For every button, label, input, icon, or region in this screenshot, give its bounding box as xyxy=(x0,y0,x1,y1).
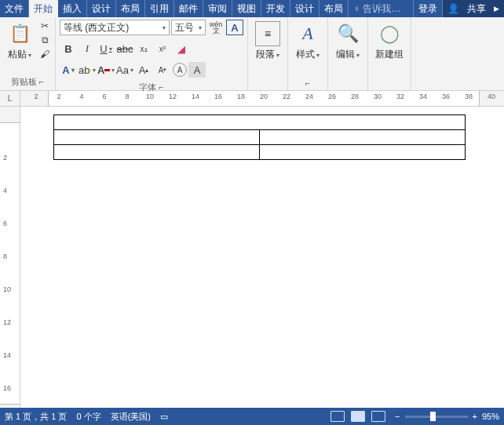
clipboard-label: 剪贴板 ⌐ xyxy=(4,74,51,90)
group-styles: A 样式▾ ⌐ xyxy=(288,17,328,90)
ribbon: 📋 粘贴▾ ✂ ⧉ 🖌 剪贴板 ⌐ 等线 (西文正文)▾ 五号▾ wén文 A … xyxy=(0,17,504,91)
horizontal-ruler-row: L 2246810121416182022242628303234363840 xyxy=(0,91,504,107)
print-layout-button[interactable] xyxy=(351,411,365,422)
styles-label: 样式 xyxy=(296,49,315,60)
group-editing: 🔍 编辑▾ xyxy=(328,17,368,90)
styles-button[interactable]: A 样式▾ xyxy=(292,20,323,63)
clear-format-button[interactable]: ◢ xyxy=(173,41,190,56)
table-row xyxy=(54,130,466,145)
grow-font-button[interactable]: A▴ xyxy=(135,62,152,78)
tab-home[interactable]: 开始 xyxy=(29,0,58,17)
styles-icon: A xyxy=(295,21,320,46)
highlight-button[interactable]: ab▾ xyxy=(79,62,96,78)
change-case-button[interactable]: Aa▾ xyxy=(116,62,133,78)
find-icon: 🔍 xyxy=(335,21,360,46)
copy-button[interactable]: ⧉ xyxy=(38,34,51,46)
status-words[interactable]: 0 个字 xyxy=(76,411,100,423)
tab-review[interactable]: 审阅 xyxy=(203,0,232,17)
format-painter-button[interactable]: 🖌 xyxy=(38,48,51,60)
document-table[interactable] xyxy=(53,114,466,160)
status-bar: 第 1 页，共 1 页 0 个字 英语(美国) ▭ − + 95% xyxy=(0,408,504,425)
paste-label: 粘贴 xyxy=(8,49,27,60)
tab-design[interactable]: 设计 xyxy=(87,0,116,17)
paste-icon: 📋 xyxy=(7,21,32,46)
tab-mailings[interactable]: 邮件 xyxy=(174,0,203,17)
table-cell[interactable] xyxy=(260,130,466,145)
table-row xyxy=(54,145,466,160)
subscript-button[interactable]: x₂ xyxy=(135,41,152,56)
status-page[interactable]: 第 1 页，共 1 页 xyxy=(5,411,67,423)
paragraph-icon: ≡ xyxy=(255,21,280,46)
editing-label: 编辑 xyxy=(336,49,355,60)
table-row xyxy=(54,115,466,130)
share-button[interactable]: 共享 xyxy=(462,0,491,18)
tell-me-label: 告诉我… xyxy=(363,3,400,14)
vertical-ruler[interactable]: 246810121416 xyxy=(0,107,20,408)
document-area[interactable] xyxy=(20,107,504,408)
ruler-corner[interactable]: L xyxy=(0,91,20,106)
tab-view[interactable]: 视图 xyxy=(232,0,261,17)
strikethrough-button[interactable]: abc xyxy=(116,41,133,56)
tab-developer[interactable]: 开发 xyxy=(261,0,290,17)
styles-group-dlg[interactable]: ⌐ xyxy=(292,77,323,90)
table-cell[interactable] xyxy=(54,115,466,130)
italic-button[interactable]: I xyxy=(79,41,96,56)
newgroup-button[interactable]: ◯ 新建组 xyxy=(372,20,407,63)
phonetic-guide-button[interactable]: wén文 xyxy=(207,20,225,35)
table-cell[interactable] xyxy=(260,145,466,160)
circle-icon: ◯ xyxy=(377,21,402,46)
tab-layout[interactable]: 布局 xyxy=(116,0,145,17)
group-newgroup: ◯ 新建组 xyxy=(368,17,411,90)
share-area: 👤 共享 ▶ xyxy=(443,0,504,17)
editing-button[interactable]: 🔍 编辑▾ xyxy=(332,20,363,63)
tab-table-design[interactable]: 设计 xyxy=(290,0,320,17)
shrink-font-button[interactable]: A▾ xyxy=(154,62,171,78)
cut-button[interactable]: ✂ xyxy=(38,20,51,32)
paragraph-button[interactable]: ≡ 段落▾ xyxy=(252,20,283,63)
font-color-button[interactable]: A▾ xyxy=(97,62,115,78)
view-mode-controls xyxy=(331,411,385,422)
tell-me[interactable]: ♀ 告诉我… xyxy=(349,0,414,17)
group-font: 等线 (西文正文)▾ 五号▾ wén文 A B I U▾ abc x₂ x² ◢… xyxy=(56,17,248,90)
zoom-out-button[interactable]: − xyxy=(395,412,400,421)
paste-button[interactable]: 📋 粘贴▾ xyxy=(4,20,35,63)
web-layout-button[interactable] xyxy=(371,411,385,422)
superscript-button[interactable]: x² xyxy=(154,41,171,56)
status-macro-icon[interactable]: ▭ xyxy=(160,412,168,422)
font-name-combo[interactable]: 等线 (西文正文)▾ xyxy=(60,20,170,35)
tab-file[interactable]: 文件 xyxy=(0,0,29,17)
tab-insert[interactable]: 插入 xyxy=(58,0,87,17)
newgroup-label: 新建组 xyxy=(375,49,404,60)
table-cell[interactable] xyxy=(54,130,260,145)
status-language[interactable]: 英语(美国) xyxy=(111,411,151,423)
text-effect-button[interactable]: A▾ xyxy=(60,62,77,78)
enclose-char-button[interactable]: A xyxy=(173,63,187,77)
login-button[interactable]: 登录 xyxy=(414,0,443,17)
tab-table-layout[interactable]: 布局 xyxy=(320,0,349,17)
character-shading-button[interactable]: A xyxy=(188,62,206,78)
zoom-slider[interactable] xyxy=(405,416,468,418)
zoom-in-button[interactable]: + xyxy=(473,412,477,421)
tab-references[interactable]: 引用 xyxy=(145,0,174,17)
bold-button[interactable]: B xyxy=(60,41,77,56)
page-surface xyxy=(36,114,488,160)
underline-button[interactable]: U▾ xyxy=(97,41,115,56)
zoom-control: − + 95% xyxy=(395,412,499,421)
group-paragraph: ≡ 段落▾ xyxy=(248,17,288,90)
paragraph-label: 段落 xyxy=(256,49,275,60)
font-size-combo[interactable]: 五号▾ xyxy=(171,20,206,35)
dropdown-icon[interactable]: ▶ xyxy=(494,5,499,13)
horizontal-ruler[interactable]: 2246810121416182022242628303234363840 xyxy=(20,91,504,106)
zoom-level[interactable]: 95% xyxy=(482,412,499,421)
group-clipboard: 📋 粘贴▾ ✂ ⧉ 🖌 剪贴板 ⌐ xyxy=(0,17,56,90)
read-mode-button[interactable] xyxy=(331,411,345,422)
character-border-button[interactable]: A xyxy=(226,20,243,35)
ribbon-tabs: 文件 开始 插入 设计 布局 引用 邮件 审阅 视图 开发 设计 布局 ♀ 告诉… xyxy=(0,0,504,17)
document-container: 246810121416 xyxy=(0,107,504,408)
table-cell[interactable] xyxy=(54,145,260,160)
share-icon: 👤 xyxy=(447,3,459,14)
